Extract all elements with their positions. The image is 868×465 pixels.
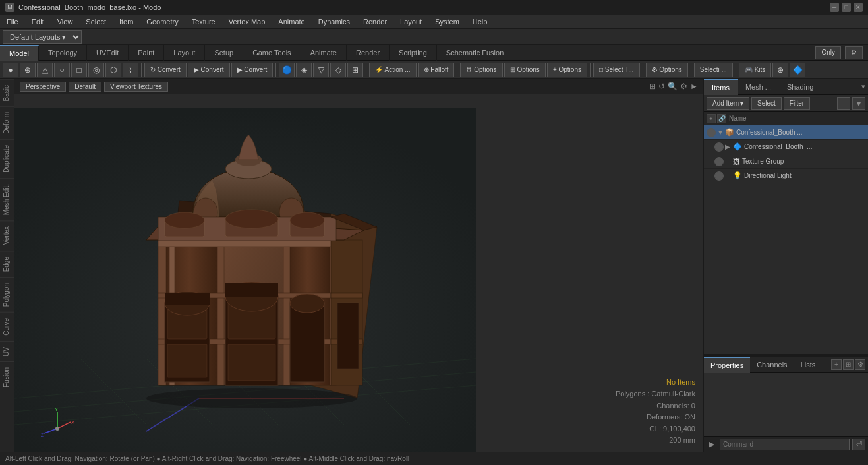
menu-item-system[interactable]: System [428,15,466,28]
sidebar-tab-polygon[interactable]: Polygon [0,277,14,312]
panel-tab-mesh[interactable]: Mesh ... [738,79,779,95]
toolbar-icon-4[interactable]: □ [71,63,87,77]
menu-item-file[interactable]: File [0,15,25,28]
filter-button[interactable]: Filter [784,97,810,110]
prop-tab-properties[interactable]: Properties [704,357,750,373]
only-button[interactable]: Only [815,46,841,59]
close-button[interactable]: ✕ [854,3,863,12]
options-btn-4[interactable]: ⚙ Options [646,63,688,77]
tree-item-root[interactable]: ▼ 📦 Confessional_Booth ... [704,125,868,140]
col-icon-plus[interactable]: + [707,114,716,123]
items-filter-icon[interactable]: ▼ [852,97,865,110]
toolbar-icon-33[interactable]: ⊕ [772,63,788,77]
prop-action-add[interactable]: + [831,359,842,370]
sidebar-tab-mesh-edit-[interactable]: Mesh Edit. [0,178,14,220]
viewport-tab-default[interactable]: Default [69,82,101,92]
layout-dropdown[interactable]: Default Layouts ▾ [3,30,82,44]
tab-render[interactable]: Render [347,45,390,61]
select-t-btn[interactable]: □ Select T... [593,63,640,77]
action-btn[interactable]: ⚡ Action ... [369,63,416,77]
3d-viewport[interactable] [14,94,703,452]
menu-item-select[interactable]: Select [79,15,113,28]
viewport-icon-reset[interactable]: ↺ [658,82,665,91]
sidebar-tab-uv[interactable]: UV [0,341,14,361]
toolbar-icon-17[interactable]: ⊞ [347,63,363,77]
menu-item-vertex-map[interactable]: Vertex Map [222,15,272,28]
sidebar-tab-edge[interactable]: Edge [0,251,14,277]
sidebar-tab-vertex[interactable]: Vertex [0,220,14,250]
viewport-tab-textures[interactable]: Viewport Textures [104,82,168,92]
convert-btn-1[interactable]: ↻ Convert [144,63,187,77]
menu-item-dynamics[interactable]: Dynamics [312,15,357,28]
toolbar-icon-34[interactable]: 🔷 [790,63,805,77]
sidebar-tab-curve[interactable]: Curve [0,312,14,341]
add-item-button[interactable]: Add Item ▾ [707,97,749,110]
visibility-icon-root[interactable] [707,128,716,137]
toolbar-icon-2[interactable]: △ [37,63,53,77]
items-tree[interactable]: ▼ 📦 Confessional_Booth ... ▶ 🔷 Confessio… [704,125,868,354]
prop-action-expand[interactable]: ⊞ [843,359,854,370]
items-minus-button[interactable]: ─ [837,97,850,110]
options-btn-3[interactable]: + Options [547,63,587,77]
visibility-icon-texture[interactable] [714,157,724,166]
command-input[interactable] [720,439,850,450]
select-button[interactable]: Select [751,97,782,110]
toolbar-icon-3[interactable]: ○ [54,63,70,77]
panel-tab-shading[interactable]: Shading [779,79,821,95]
menu-item-layout[interactable]: Layout [393,15,428,28]
visibility-icon-light[interactable] [714,171,724,181]
tab-model[interactable]: Model [0,45,39,61]
toolbar-icon-13[interactable]: 🔵 [279,63,295,77]
tab-uvedit[interactable]: UVEdit [87,45,129,61]
convert-btn-2[interactable]: ▶ Convert [188,63,230,77]
viewport-icon-zoom[interactable]: 🔍 [668,82,678,91]
falloff-btn[interactable]: ⊕ Falloff [418,63,455,77]
menu-item-item[interactable]: Item [113,15,140,28]
sidebar-tab-fusion[interactable]: Fusion [0,361,14,392]
viewport-icon-settings[interactable]: ⚙ [680,82,687,91]
tree-item-texture[interactable]: ▶ 🖼 Texture Group [704,154,868,169]
visibility-icon-mesh[interactable] [714,142,724,152]
toolbar-icon-5[interactable]: ◎ [88,63,104,77]
viewport-tab-perspective[interactable]: Perspective [20,82,66,92]
tree-item-light[interactable]: ▶ 💡 Directional Light [704,169,868,183]
toolbar-icon-14[interactable]: ◈ [296,63,312,77]
minimize-button[interactable]: ─ [830,3,839,12]
menu-item-help[interactable]: Help [466,15,494,28]
tab-schematic-fusion[interactable]: Schematic Fusion [437,45,513,61]
toolbar-icon-6[interactable]: ⬡ [105,63,121,77]
panel-tab-arrow[interactable]: ▾ [859,82,868,91]
options-btn-2[interactable]: ⊞ Options [504,63,546,77]
tab-setup[interactable]: Setup [205,45,243,61]
menu-item-geometry[interactable]: Geometry [140,15,185,28]
convert-btn-3[interactable]: ▶ Convert [231,63,274,77]
sidebar-tab-basic[interactable]: Basic [0,79,14,106]
menu-item-edit[interactable]: Edit [25,15,51,28]
tab-layout[interactable]: Layout [164,45,205,61]
options-btn-1[interactable]: ⚙ Options [460,63,502,77]
menu-item-animate[interactable]: Animate [272,15,311,28]
viewport-icon-play[interactable]: ► [690,82,698,91]
tab-topology[interactable]: Topology [39,45,87,61]
menu-item-texture[interactable]: Texture [185,15,222,28]
prop-tab-lists[interactable]: Lists [794,357,823,373]
toolbar-icon-16[interactable]: ◇ [330,63,346,77]
viewport-icon-expand[interactable]: ⊞ [649,82,656,91]
toolbar-icon-7[interactable]: ⌇ [123,63,138,77]
tree-item-mesh[interactable]: ▶ 🔷 Confessional_Booth_... [704,140,868,154]
settings-button[interactable]: ⚙ [845,46,863,59]
tab-game-tools[interactable]: Game Tools [243,45,301,61]
selecti-btn[interactable]: Selecti ... [694,63,733,77]
viewport[interactable]: Perspective Default Viewport Textures ⊞ … [14,79,703,452]
menu-item-view[interactable]: View [51,15,80,28]
toolbar-icon-0[interactable]: ● [3,63,18,77]
prop-tab-channels[interactable]: Channels [750,357,794,373]
panel-tab-items[interactable]: Items [704,79,738,95]
kits-btn[interactable]: 🎮 Kits [739,63,771,77]
toolbar-icon-15[interactable]: ▽ [313,63,329,77]
command-expand-button[interactable]: ▶ [707,439,717,450]
toolbar-icon-1[interactable]: ⊕ [20,63,36,77]
tab-paint[interactable]: Paint [129,45,164,61]
menu-item-render[interactable]: Render [357,15,393,28]
tab-scripting[interactable]: Scripting [390,45,437,61]
